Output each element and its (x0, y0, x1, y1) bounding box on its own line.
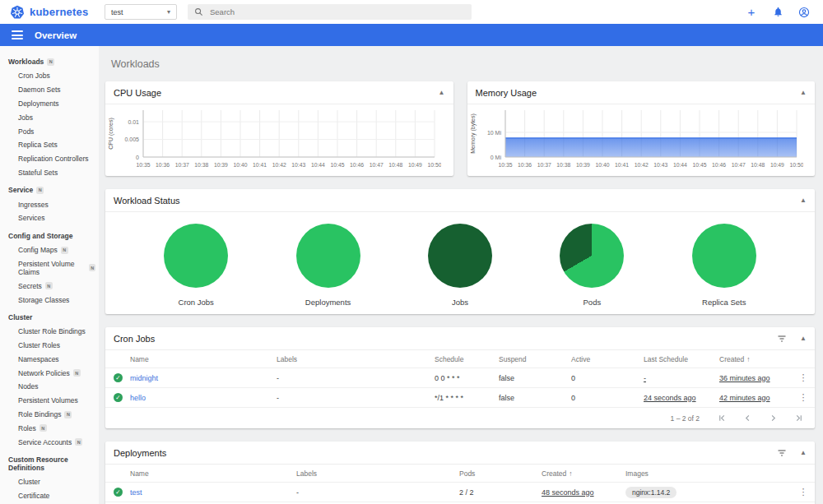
sidebar-item-config-maps[interactable]: Config MapsN (0, 243, 99, 257)
sidebar-section-workloads: WorkloadsNCron JobsDaemon SetsDeployment… (0, 54, 99, 179)
sidebar-item-label: Config Maps (18, 246, 58, 254)
cell-active: 0 (571, 394, 644, 402)
column-header-created[interactable]: Created↑ (719, 355, 792, 363)
svg-text:10:42: 10:42 (634, 162, 648, 168)
row-name-link[interactable]: midnight (130, 374, 277, 382)
column-header-name[interactable]: Name (130, 355, 277, 363)
main-content: Workloads CPU Usage ▲ 00.0050.0110:3510:… (99, 46, 823, 504)
first-page-button[interactable] (718, 414, 727, 423)
row-menu-kebab-icon[interactable]: ⋮ (792, 372, 815, 383)
sidebar-item-ingresses[interactable]: Ingresses (0, 197, 99, 211)
svg-text:10:47: 10:47 (731, 162, 745, 168)
sidebar-item-cluster-roles[interactable]: Cluster Roles (0, 339, 99, 353)
sidebar-item-nodes[interactable]: Nodes (0, 380, 99, 394)
column-header-images[interactable]: Images (625, 469, 792, 478)
sidebar-item-service[interactable]: ServiceN (0, 183, 99, 197)
row-name-link[interactable]: hello (130, 394, 277, 402)
column-header-schedule[interactable]: Schedule (435, 355, 499, 363)
image-chip: nginx:1.14.2 (625, 487, 677, 498)
sidebar-item-label: Secrets (18, 282, 42, 290)
sidebar-item-deployments[interactable]: Deployments (0, 97, 99, 111)
sidebar-item-storage-classes[interactable]: Storage Classes (0, 293, 99, 307)
sidebar-item-persistent-volume-claims[interactable]: Persistent Volume ClaimsN (0, 257, 99, 280)
svg-text:10:36: 10:36 (156, 162, 170, 168)
account-icon[interactable] (795, 3, 813, 21)
collapse-card-icon[interactable]: ▲ (439, 90, 445, 96)
svg-text:10:40: 10:40 (595, 162, 609, 168)
sidebar-item-config-and-storage[interactable]: Config and Storage (0, 229, 99, 243)
namespace-value: test (111, 8, 123, 16)
sidebar-item-replica-sets[interactable]: Replica Sets (0, 138, 99, 152)
create-resource-plus-icon[interactable]: + (742, 3, 760, 21)
namespaced-badge-icon: N (61, 247, 68, 254)
workload-pie-cron-jobs: Cron Jobs (134, 224, 258, 307)
search-box[interactable] (188, 4, 472, 20)
column-header-name[interactable]: Name (130, 469, 296, 478)
sidebar-item-daemon-sets[interactable]: Daemon Sets (0, 83, 99, 97)
row-menu-kebab-icon[interactable]: ⋮ (792, 392, 815, 403)
sidebar-item-network-policies[interactable]: Network PoliciesN (0, 366, 99, 380)
sidebar-item-label: Cluster (18, 478, 40, 486)
svg-text:10:50: 10:50 (427, 162, 441, 168)
sidebar-item-replication-controllers[interactable]: Replication Controllers (0, 152, 99, 166)
sidebar-item-custom-resource-definitions[interactable]: Custom Resource Definitions (0, 452, 99, 475)
svg-text:0: 0 (136, 155, 139, 160)
collapse-card-icon[interactable]: ▲ (800, 450, 807, 456)
sidebar-item-roles[interactable]: RolesN (0, 421, 99, 435)
row-menu-kebab-icon[interactable]: ⋮ (792, 487, 815, 497)
table-header-row: NameLabelsScheduleSuspendActiveLast Sche… (105, 350, 815, 368)
namespaced-badge-icon: N (47, 58, 54, 66)
last-page-button[interactable] (794, 414, 803, 423)
filter-icon[interactable] (777, 449, 787, 457)
collapse-card-icon[interactable]: ▲ (800, 335, 807, 342)
sidebar-item-cluster[interactable]: Cluster (0, 475, 99, 489)
namespace-selector[interactable]: test ▾ (105, 4, 177, 20)
sidebar-item-workloads[interactable]: WorkloadsN (0, 54, 99, 69)
collapse-card-icon[interactable]: ▲ (800, 197, 807, 204)
column-header-suspend[interactable]: Suspend (499, 355, 571, 363)
sidebar-item-services[interactable]: Services (0, 211, 99, 225)
namespaced-badge-icon: N (75, 438, 82, 446)
pie-label: Pods (584, 298, 602, 307)
next-page-button[interactable] (769, 414, 778, 423)
sidebar-item-pods[interactable]: Pods (0, 124, 99, 138)
kubernetes-logo[interactable]: kubernetes (10, 5, 96, 20)
sidebar-item-label: Persistent Volumes (18, 396, 78, 405)
notifications-bell-icon[interactable] (769, 3, 787, 21)
search-input[interactable] (210, 7, 465, 16)
column-header-labels[interactable]: Labels (296, 469, 459, 478)
sidebar-item-label: Storage Classes (18, 296, 69, 304)
sidebar-item-persistent-volumes[interactable]: Persistent Volumes (0, 394, 99, 408)
menu-hamburger-icon[interactable] (12, 30, 23, 39)
sidebar-item-cron-jobs[interactable]: Cron Jobs (0, 69, 99, 83)
sidebar-item-namespaces[interactable]: Namespaces (0, 353, 99, 367)
sidebar-item-secrets[interactable]: SecretsN (0, 279, 99, 293)
column-header-labels[interactable]: Labels (277, 355, 435, 363)
sidebar-item-service-accounts[interactable]: Service AccountsN (0, 435, 99, 449)
sidebar-item-role-bindings[interactable]: Role BindingsN (0, 408, 99, 422)
filter-icon[interactable] (777, 335, 787, 343)
pie-label: Jobs (452, 298, 468, 307)
previous-page-button[interactable] (743, 414, 752, 423)
column-header-created[interactable]: Created↑ (542, 469, 625, 478)
sidebar-item-cluster[interactable]: Cluster (0, 310, 99, 325)
sidebar-section-service: ServiceNIngressesServices (0, 183, 99, 225)
sidebar-nav: WorkloadsNCron JobsDaemon SetsDeployment… (0, 46, 99, 504)
pie-chart-replica-sets (692, 224, 756, 288)
cell-labels: - (277, 394, 435, 402)
workload-pie-deployments: Deployments (267, 224, 390, 307)
column-header-active[interactable]: Active (571, 355, 644, 363)
svg-text:10:43: 10:43 (653, 162, 667, 168)
svg-text:10:39: 10:39 (214, 162, 228, 168)
sidebar-item-stateful-sets[interactable]: Stateful Sets (0, 165, 99, 179)
svg-text:10:48: 10:48 (751, 162, 765, 168)
column-header-pods[interactable]: Pods (459, 469, 542, 478)
sidebar-item-jobs[interactable]: Jobs (0, 110, 99, 124)
sidebar-item-certificate[interactable]: Certificate (0, 489, 99, 503)
collapse-card-icon[interactable]: ▲ (800, 90, 807, 96)
sidebar-section-label: Cluster (8, 313, 32, 321)
column-header-last-schedule[interactable]: Last Schedule (644, 355, 719, 363)
row-name-link[interactable]: test (130, 488, 296, 497)
pie-label: Cron Jobs (179, 298, 214, 307)
sidebar-item-cluster-role-bindings[interactable]: Cluster Role Bindings (0, 325, 99, 339)
